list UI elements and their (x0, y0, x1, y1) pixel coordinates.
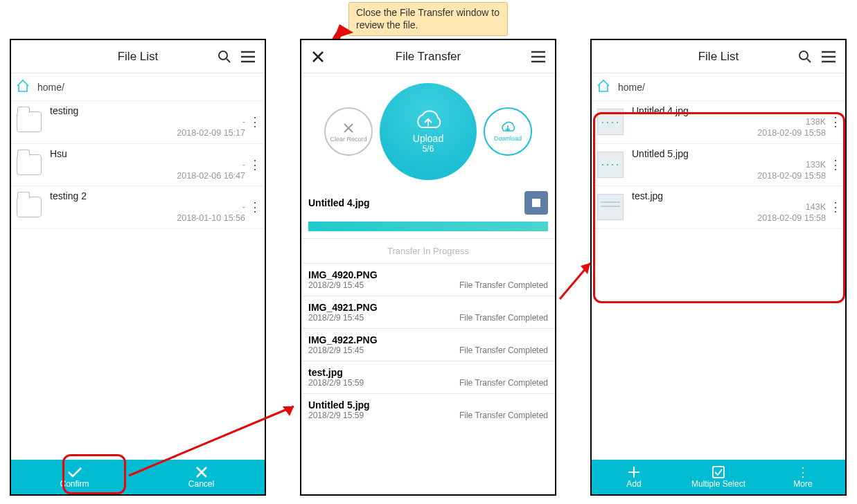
more-button[interactable]: ⋮ More (761, 460, 845, 494)
svg-point-14 (799, 51, 808, 60)
transfer-item: IMG_4920.PNG 2018/2/9 15:45File Transfer… (301, 263, 555, 296)
header: File Transfer (301, 40, 555, 73)
section-header: Transfer In Progress (301, 238, 555, 263)
search-icon[interactable] (795, 47, 815, 66)
file-list: Untitled 4.jpg 138K2018-02-09 15:58 ⋮ Un… (592, 101, 845, 460)
transfer-item: Untitled 5.jpg 2018/2/9 15:59File Transf… (301, 393, 555, 426)
cancel-button[interactable]: Cancel (138, 460, 265, 494)
transfer-item: IMG_4922.PNG 2018/2/9 15:45File Transfer… (301, 328, 555, 361)
list-item[interactable]: testing -2018-02-09 15:17 ⋮ (11, 101, 265, 144)
svg-point-2 (219, 51, 227, 60)
svg-line-3 (227, 59, 230, 62)
svg-marker-13 (581, 263, 590, 274)
svg-line-12 (560, 263, 590, 299)
list-item[interactable]: test.jpg 143K2018-02-09 15:58 ⋮ (592, 186, 845, 229)
breadcrumb-text: home/ (37, 82, 64, 93)
screen-file-transfer: File Transfer Clear Record Upload 5/6 Do… (300, 39, 556, 496)
cloud-upload-icon (413, 109, 443, 133)
stop-button[interactable] (524, 191, 548, 215)
file-thumbnail (597, 109, 624, 135)
breadcrumb[interactable]: home/ (592, 73, 845, 101)
header: File List (11, 40, 265, 73)
svg-rect-19 (713, 467, 724, 478)
toolbar: Add Multiple Select ⋮ More (592, 460, 845, 494)
folder-icon (17, 197, 42, 217)
list-item[interactable]: Untitled 4.jpg 138K2018-02-09 15:58 ⋮ (592, 101, 845, 144)
svg-line-15 (807, 59, 811, 62)
tooltip: Close the File Transfer window to review… (348, 2, 508, 36)
folder-icon (17, 154, 42, 175)
progress-bar (308, 222, 548, 231)
more-icon[interactable]: ⋮ (248, 114, 262, 129)
multiple-select-button[interactable]: Multiple Select (676, 460, 761, 494)
more-icon[interactable]: ⋮ (829, 157, 842, 172)
transfer-item: test.jpg 2018/2/9 15:59File Transfer Com… (301, 361, 555, 393)
list-item[interactable]: Untitled 5.jpg 133K2018-02-09 15:58 ⋮ (592, 144, 845, 187)
add-button[interactable]: Add (592, 460, 676, 494)
home-icon (596, 79, 611, 95)
hamburger-icon[interactable] (819, 47, 838, 66)
folder-icon (17, 111, 42, 132)
transfer-item: IMG_4921.PNG 2018/2/9 15:45File Transfer… (301, 296, 555, 328)
file-thumbnail (597, 194, 624, 220)
clear-record-button[interactable]: Clear Record (324, 107, 373, 156)
svg-marker-8 (283, 406, 294, 416)
item-name: testing (50, 105, 245, 116)
transfer-summary: Clear Record Upload 5/6 Download (301, 73, 555, 187)
list-item[interactable]: Hsu -2018-02-06 16:47 ⋮ (11, 144, 265, 187)
current-file-name: Untitled 4.jpg (308, 197, 370, 208)
screen-file-list-select: File List home/ testing -2018-02-09 15:1… (10, 39, 266, 496)
list-item[interactable]: testing 2 -2018-01-10 15:56 ⋮ (11, 186, 265, 229)
download-button[interactable]: Download (484, 107, 532, 156)
upload-status: Upload 5/6 (380, 83, 477, 180)
item-name: testing 2 (50, 190, 245, 201)
breadcrumb[interactable]: home/ (11, 73, 265, 101)
hamburger-icon[interactable] (238, 47, 258, 66)
confirm-button[interactable]: Confirm (11, 460, 138, 494)
screen-file-list-result: File List home/ Untitled 4.jpg 138K2018-… (590, 39, 847, 496)
toolbar: Confirm Cancel (11, 460, 265, 494)
page-title: File Transfer (301, 50, 555, 64)
more-icon[interactable]: ⋮ (829, 199, 842, 215)
file-list: testing -2018-02-09 15:17 ⋮ Hsu -2018-02… (11, 101, 265, 460)
current-transfer: Untitled 4.jpg (301, 187, 555, 217)
more-icon[interactable]: ⋮ (248, 199, 262, 215)
home-icon (15, 79, 30, 95)
hamburger-icon[interactable] (529, 47, 548, 66)
breadcrumb-text: home/ (618, 82, 645, 93)
item-name: Hsu (50, 148, 245, 159)
close-icon[interactable] (308, 47, 328, 66)
more-icon[interactable]: ⋮ (829, 114, 842, 129)
search-icon[interactable] (215, 47, 234, 66)
file-thumbnail (597, 152, 624, 178)
header: File List (592, 40, 845, 73)
more-icon[interactable]: ⋮ (248, 157, 262, 172)
tooltip-text: Close the File Transfer window to review… (356, 7, 500, 30)
